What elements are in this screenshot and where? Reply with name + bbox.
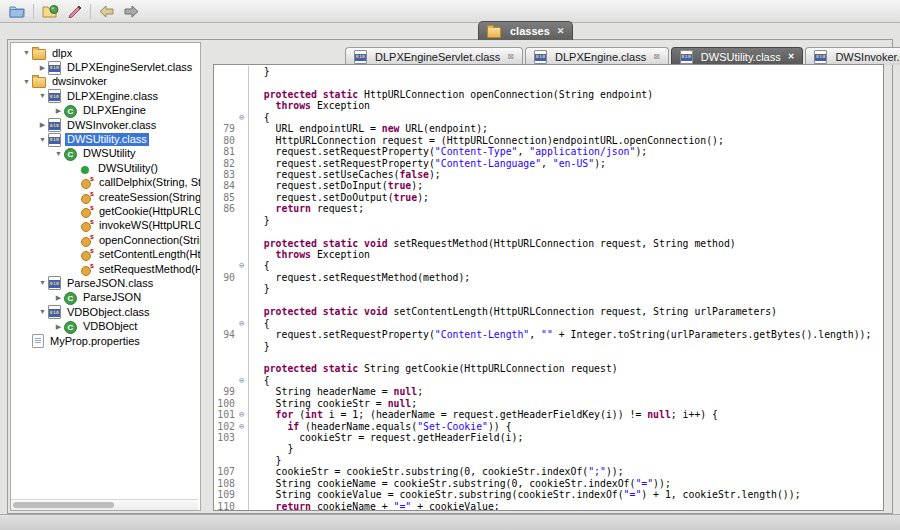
line-number bbox=[214, 89, 235, 100]
line-number bbox=[214, 260, 235, 271]
collapsed-arrow-icon[interactable]: ▶ bbox=[53, 291, 64, 305]
tree-item-dlpx[interactable]: ▼dlpx bbox=[11, 46, 200, 60]
line-number bbox=[214, 215, 235, 226]
tree-item-dwsutility[interactable]: ▼DWSUtility bbox=[11, 147, 200, 161]
tree-item-vdbobject[interactable]: ▶VDBObject bbox=[11, 319, 200, 333]
tab-dlpxengine-class[interactable]: DLPXEngine.class⊠ bbox=[525, 47, 669, 65]
tab-dlpxengineservlet-class[interactable]: DLPXEngineServlet.class⊠ bbox=[345, 47, 523, 65]
tree-item-dwsinvoker-class[interactable]: ▶DWSInvoker.class bbox=[11, 118, 200, 132]
class-icon bbox=[64, 292, 77, 305]
code-text: if (headerName.equals("Set-Cookie")) { bbox=[248, 421, 883, 432]
tree-item-dlpxengine[interactable]: ▶DLPXEngine bbox=[11, 104, 200, 118]
close-icon[interactable]: ✕ bbox=[788, 52, 795, 61]
tree-item-dlpxengine-class[interactable]: ▼DLPXEngine.class bbox=[11, 89, 200, 103]
tree-item-label: setContentLength(Http bbox=[97, 248, 201, 261]
close-icon[interactable]: ✕ bbox=[557, 26, 565, 36]
fold-spacer bbox=[235, 158, 248, 169]
wand-icon bbox=[67, 6, 82, 21]
close-icon[interactable]: ⊠ bbox=[653, 52, 660, 61]
code-line: 103 cookieStr = request.getHeaderField(i… bbox=[214, 432, 883, 443]
tree-item-dwsutility[interactable]: DWSUtility() bbox=[11, 161, 200, 175]
back-button[interactable] bbox=[96, 4, 118, 19]
code-line bbox=[214, 77, 883, 88]
tree-item-label: callDelphix(String, Strin bbox=[97, 176, 201, 189]
fold-spacer bbox=[235, 203, 248, 214]
tree-item-myprop-properties[interactable]: MyProp.properties bbox=[11, 334, 200, 348]
expanded-arrow-icon[interactable]: ▼ bbox=[21, 75, 32, 89]
expanded-arrow-icon[interactable]: ▼ bbox=[37, 133, 48, 147]
expanded-arrow-icon[interactable]: ▼ bbox=[21, 46, 32, 60]
fold-spacer bbox=[235, 306, 248, 317]
fold-collapse-icon[interactable]: ⊖ bbox=[235, 375, 248, 386]
fold-spacer bbox=[235, 398, 248, 409]
tree-item-setrequestmethod-http[interactable]: setRequestMethod(Http bbox=[11, 262, 200, 276]
scrollbar-thumb[interactable] bbox=[13, 502, 114, 508]
code-text: } bbox=[248, 455, 883, 466]
code-lines: } protected static HttpURLConnection ope… bbox=[214, 66, 883, 511]
fold-spacer bbox=[235, 192, 248, 203]
fold-spacer bbox=[235, 135, 248, 146]
fold-collapse-icon[interactable]: ⊖ bbox=[235, 421, 248, 432]
collapsed-arrow-icon[interactable]: ▶ bbox=[53, 104, 64, 118]
code-text: protected static String getCookie(HttpUR… bbox=[248, 363, 883, 374]
expanded-arrow-icon[interactable]: ▼ bbox=[37, 89, 48, 103]
tree-item-label: ParseJSON.class bbox=[65, 277, 155, 290]
tree-horizontal-scrollbar[interactable] bbox=[11, 499, 198, 510]
code-text: } bbox=[248, 341, 883, 352]
tree-item-invokews-httpurlconn[interactable]: invokeWS(HttpURLConn bbox=[11, 219, 200, 233]
code-text: return request; bbox=[248, 203, 883, 214]
expanded-arrow-icon[interactable]: ▼ bbox=[37, 276, 48, 290]
tab-dwsutility-class[interactable]: DWSUtility.class✕ bbox=[671, 47, 804, 65]
code-text: throws Exception bbox=[248, 249, 883, 260]
line-number bbox=[214, 306, 235, 317]
line-number bbox=[214, 363, 235, 374]
tree-item-label: DLPXEngine.class bbox=[65, 90, 160, 103]
propfile-icon bbox=[32, 334, 44, 348]
expanded-arrow-icon[interactable]: ▼ bbox=[53, 147, 64, 161]
code-editor[interactable]: } protected static HttpURLConnection ope… bbox=[213, 64, 884, 511]
line-number: 81 bbox=[214, 146, 235, 157]
tab-dwsinvoker-class[interactable]: DWSInvoker.class⊠ bbox=[805, 47, 900, 65]
tree-item-dwsutility-class[interactable]: ▼DWSUtility.class bbox=[11, 132, 200, 146]
tree-item-label: DLPXEngine bbox=[81, 104, 148, 117]
tree-item-parsejson[interactable]: ▶ParseJSON bbox=[11, 291, 200, 305]
folder-icon bbox=[32, 49, 46, 60]
classfile-icon bbox=[680, 50, 693, 64]
code-text: { bbox=[248, 260, 883, 271]
code-line bbox=[214, 352, 883, 363]
tree-item-parsejson-class[interactable]: ▼ParseJSON.class bbox=[11, 276, 200, 290]
expanded-arrow-icon[interactable]: ▼ bbox=[37, 305, 48, 319]
fold-collapse-icon[interactable]: ⊖ bbox=[235, 112, 248, 123]
static-method-icon bbox=[81, 237, 91, 247]
tree-item-calldelphix-string-strin[interactable]: callDelphix(String, Strin bbox=[11, 176, 200, 190]
tree-item-vdbobject-class[interactable]: ▼VDBObject.class bbox=[11, 305, 200, 319]
code-text: protected static HttpURLConnection openC… bbox=[248, 89, 883, 100]
tree-item-createsession-string-st[interactable]: createSession(String, St bbox=[11, 190, 200, 204]
collapsed-arrow-icon[interactable]: ▶ bbox=[37, 61, 48, 75]
close-icon[interactable]: ⊠ bbox=[507, 52, 514, 61]
collapsed-arrow-icon[interactable]: ▶ bbox=[37, 118, 48, 132]
static-method-icon bbox=[81, 251, 91, 261]
open-folder-button[interactable] bbox=[6, 3, 28, 19]
forward-button[interactable] bbox=[120, 4, 142, 19]
fold-collapse-icon[interactable]: ⊖ bbox=[235, 409, 248, 420]
tree-item-dwsinvoker[interactable]: ▼dwsinvoker bbox=[11, 75, 200, 89]
line-number bbox=[214, 318, 235, 329]
tree-item-openconnection-string[interactable]: openConnection(String) bbox=[11, 233, 200, 247]
tab-classes[interactable]: classes ✕ bbox=[478, 21, 573, 40]
fold-collapse-icon[interactable]: ⊖ bbox=[235, 318, 248, 329]
classfile-icon bbox=[48, 61, 61, 75]
tree-item-setcontentlength-http[interactable]: setContentLength(Http bbox=[11, 247, 200, 261]
code-line: 80 HttpURLConnection request = (HttpURLC… bbox=[214, 135, 883, 146]
line-number: 107 bbox=[214, 466, 235, 477]
fold-spacer bbox=[235, 226, 248, 237]
tree-item-getcookie-httpurlcon[interactable]: getCookie(HttpURLCon bbox=[11, 204, 200, 218]
collapsed-arrow-icon[interactable]: ▶ bbox=[53, 320, 64, 334]
fold-collapse-icon[interactable]: ⊖ bbox=[235, 260, 248, 271]
wand-button[interactable] bbox=[64, 3, 85, 19]
code-line: throws Exception bbox=[214, 100, 883, 111]
fold-spacer bbox=[235, 466, 248, 477]
code-line: 110 return cookieName + "=" + cookieValu… bbox=[214, 501, 883, 511]
tree-item-dlpxengineservlet-class[interactable]: ▶DLPXEngineServlet.class bbox=[11, 60, 200, 74]
open-archive-button[interactable] bbox=[39, 3, 62, 19]
